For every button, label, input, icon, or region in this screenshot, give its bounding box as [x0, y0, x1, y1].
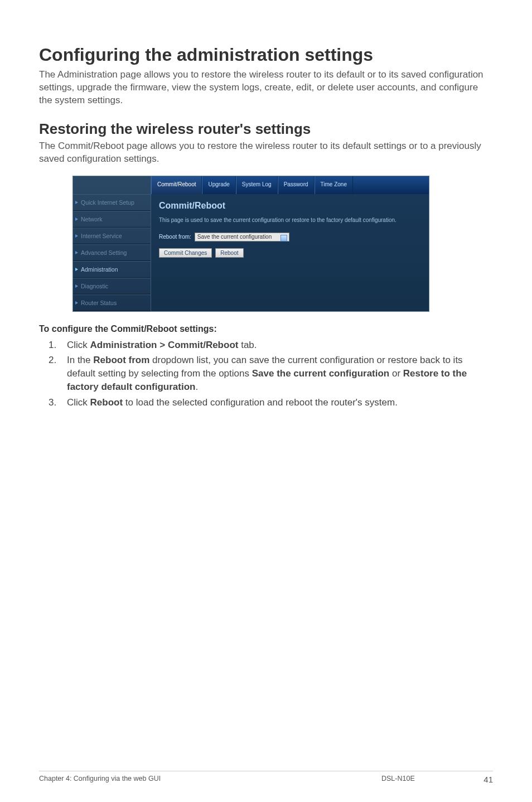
page-footer: Chapter 4: Configuring via the web GUI D… — [39, 771, 493, 784]
sidebar-item-router-status[interactable]: Router Status — [73, 294, 151, 311]
reboot-from-select[interactable]: Save the current configuration — [195, 233, 289, 241]
panel-title: Commit/Reboot — [159, 201, 421, 211]
intro-text: The Administration page allows you to re… — [39, 69, 493, 107]
page-title: Configuring the administration settings — [39, 45, 493, 65]
step-3: Click Reboot to load the selected config… — [59, 396, 493, 409]
tab-upgrade[interactable]: Upgrade — [202, 176, 235, 194]
footer-page-number: 41 — [460, 775, 493, 784]
sidebar: Quick Internet Setup Network Internet Se… — [73, 176, 151, 311]
reboot-button[interactable]: Reboot — [215, 248, 243, 258]
router-gui-screenshot: Quick Internet Setup Network Internet Se… — [72, 176, 429, 312]
step-2: In the Reboot from dropdown list, you ca… — [59, 354, 493, 393]
sidebar-item-network[interactable]: Network — [73, 211, 151, 228]
tab-time-zone[interactable]: Time Zone — [315, 176, 353, 194]
section-subtitle: Restoring the wireless router's settings — [39, 120, 493, 138]
commit-changes-button[interactable]: Commit Changes — [159, 248, 212, 258]
reboot-from-label: Reboot from: — [159, 234, 191, 240]
tab-commit-reboot[interactable]: Commit/Reboot — [151, 176, 202, 194]
section-intro: The Commit/Reboot page allows you to res… — [39, 140, 493, 166]
instruction-steps: Click Administration > Commit/Reboot tab… — [39, 339, 493, 409]
tab-password[interactable]: Password — [278, 176, 315, 194]
tab-system-log[interactable]: System Log — [236, 176, 278, 194]
sidebar-item-advanced-setting[interactable]: Advanced Setting — [73, 244, 151, 261]
footer-chapter: Chapter 4: Configuring via the web GUI — [39, 775, 381, 784]
tab-bar: Commit/Reboot Upgrade System Log Passwor… — [151, 176, 429, 194]
step-1: Click Administration > Commit/Reboot tab… — [59, 339, 493, 352]
footer-model: DSL-N10E — [381, 775, 460, 784]
instructions-heading: To configure the Commit/Reboot settings: — [39, 324, 493, 334]
sidebar-item-administration[interactable]: Administration — [73, 261, 151, 278]
sidebar-item-internet-service[interactable]: Internet Service — [73, 228, 151, 244]
panel-description: This page is used to save the current co… — [159, 216, 421, 224]
sidebar-item-quick-internet-setup[interactable]: Quick Internet Setup — [73, 194, 151, 211]
sidebar-item-diagnostic[interactable]: Diagnostic — [73, 278, 151, 294]
